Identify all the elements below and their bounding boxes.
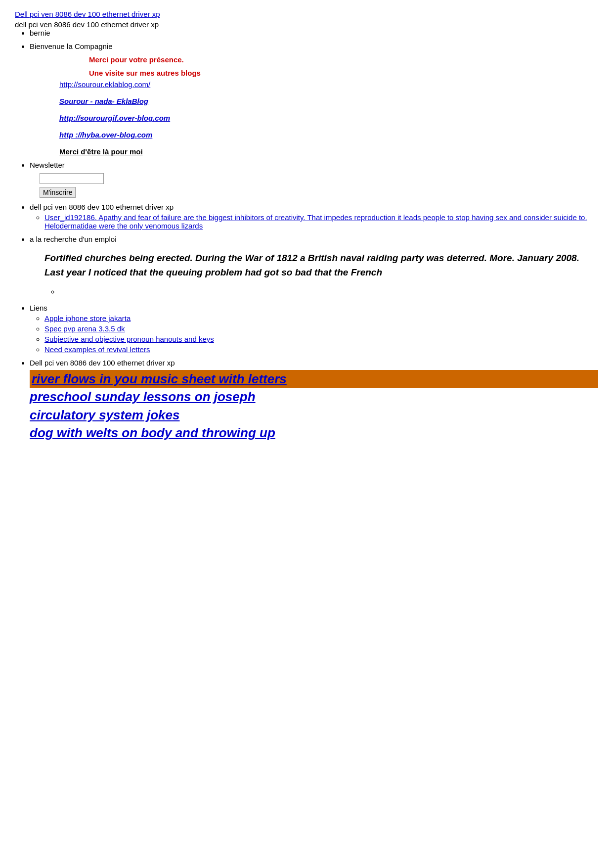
river-flows-link[interactable]: river flows in you music sheet with lett… (30, 370, 598, 388)
circulatory-link[interactable]: circulatory system jokes (30, 406, 598, 424)
newsletter-input[interactable] (40, 173, 104, 184)
list-item-apple: Apple iphone store jakarta (44, 314, 598, 322)
dell2-sublist: User_id192186. Apathy and fear of failur… (44, 213, 598, 230)
list-item-newsletter: Newsletter M'inscrire (30, 161, 598, 198)
fortified-text: Fortified churches being erected. During… (44, 251, 598, 279)
apple-link[interactable]: Apple iphone store jakarta (44, 314, 598, 322)
subjective-link[interactable]: Subjective and objective pronoun hanouts… (44, 335, 598, 343)
list-item-recherche: a la recherche d'un emploi (30, 235, 598, 243)
list-item-subjective: Subjective and objective pronoun hanouts… (44, 335, 598, 343)
sourour-nada-link[interactable]: Sourour - nada- EklaBlog (59, 97, 148, 105)
list-item-bernie: bernie (30, 29, 598, 37)
visite-blogs: Une visite sur mes autres blogs (89, 69, 598, 77)
user-id-link[interactable]: User_id192186. Apathy and fear of failur… (44, 213, 587, 230)
list-item-liens: Liens Apple iphone store jakarta Spec pv… (30, 304, 598, 354)
hyba-link[interactable]: http ://hyba.over-blog.com (59, 131, 152, 139)
list-item-bienvenue: Bienvenue la Compagnie Merci pour votre … (30, 42, 598, 156)
list-item-dell-big: Dell pci ven 8086 dev 100 ethernet drive… (30, 359, 598, 442)
top-subtitle: dell pci ven 8086 dev 100 ethernet drive… (15, 20, 159, 29)
liens-list: Liens Apple iphone store jakarta Spec pv… (30, 304, 598, 442)
big-links-block: river flows in you music sheet with lett… (30, 370, 598, 442)
liens-sublist: Apple iphone store jakarta Spec pvp aren… (44, 314, 598, 354)
newsletter-subscribe-button[interactable]: M'inscrire (40, 187, 76, 198)
list-item-dell2: dell pci ven 8086 dev 100 ethernet drive… (30, 203, 598, 230)
list-item-user: User_id192186. Apathy and fear of failur… (44, 213, 598, 230)
circle-sublist (59, 287, 598, 296)
merci-presence: Merci pour votre présence. (89, 55, 598, 64)
preschool-link[interactable]: preschool sunday lessons on joseph (30, 388, 598, 406)
dog-welts-link[interactable]: dog with welts on body and throwing up (30, 424, 598, 442)
list-item-need-examples: Need examples of revival letters (44, 345, 598, 354)
circle-item (59, 287, 598, 296)
sourourgif-link[interactable]: http://sourourgif.over-blog.com (59, 114, 170, 122)
eklablog-link[interactable]: http://sourour.eklablog.com/ (59, 80, 150, 89)
top-page-link[interactable]: Dell pci ven 8086 dev 100 ethernet drive… (15, 10, 598, 18)
need-examples-link[interactable]: Need examples of revival letters (44, 345, 598, 354)
main-list: bernie Bienvenue la Compagnie Merci pour… (30, 29, 598, 243)
spec-link[interactable]: Spec pvp arena 3.3.5 dk (44, 324, 598, 333)
list-item-spec: Spec pvp arena 3.3.5 dk (44, 324, 598, 333)
merci-etre-la: Merci d'être là pour moi (59, 147, 143, 156)
